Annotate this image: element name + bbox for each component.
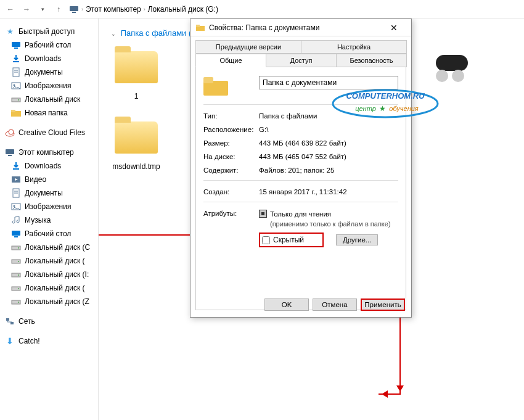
recent-button[interactable]: ▾ xyxy=(37,4,48,15)
svg-rect-0 xyxy=(70,6,78,11)
svg-point-30 xyxy=(18,274,19,276)
quick-access[interactable]: ★ Быстрый доступ xyxy=(0,25,98,38)
sidebar-item-label: Локальный диск xyxy=(25,95,80,104)
this-pc[interactable]: Этот компьютер xyxy=(0,146,98,159)
sidebar-item[interactable]: Локальный диск ( xyxy=(0,281,98,295)
label: Creative Cloud Files xyxy=(18,128,85,137)
readonly-checkbox[interactable]: Только для чтения xyxy=(259,210,398,218)
svg-rect-41 xyxy=(436,55,468,71)
chevron-right-icon: › xyxy=(142,6,147,12)
network[interactable]: Сеть xyxy=(0,315,98,328)
up-button[interactable]: ↑ xyxy=(53,4,64,15)
sidebar-item[interactable]: Документы xyxy=(0,65,98,79)
file-item[interactable]: msdownld.tmp xyxy=(108,115,164,171)
breadcrumb-drive[interactable]: Локальный диск (G:) xyxy=(148,5,218,14)
ok-button[interactable]: OK xyxy=(264,299,309,311)
svg-rect-12 xyxy=(11,110,15,112)
file-label: msdownld.tmp xyxy=(112,162,160,171)
sidebar-item[interactable]: Downloads xyxy=(0,159,98,173)
contains-label: Содержит: xyxy=(203,167,259,174)
svg-point-34 xyxy=(18,302,19,303)
svg-rect-24 xyxy=(14,236,18,237)
down-icon xyxy=(11,54,21,64)
folder-big-icon xyxy=(203,76,259,98)
drive-icon xyxy=(11,256,21,266)
sidebar-item[interactable]: Локальный диск (Z xyxy=(0,295,98,308)
cancel-button[interactable]: Отмена xyxy=(313,299,357,311)
properties-dialog: Свойства: Папка с документами ✕ Предыдущ… xyxy=(190,19,412,318)
drive-icon xyxy=(11,283,21,293)
svg-rect-15 xyxy=(6,149,14,154)
close-button[interactable]: ✕ xyxy=(382,20,406,35)
pic-icon xyxy=(11,202,21,212)
sidebar-item[interactable]: Документы xyxy=(0,186,98,200)
svg-rect-36 xyxy=(10,322,14,324)
svg-point-26 xyxy=(18,247,19,249)
back-button[interactable]: ← xyxy=(5,4,16,15)
tab-sharing[interactable]: Доступ xyxy=(266,54,337,67)
breadcrumb[interactable]: › Этот компьютер › Локальный диск (G:) xyxy=(69,4,218,14)
sidebar-item[interactable]: Downloads xyxy=(0,52,98,65)
svg-rect-48 xyxy=(196,25,200,27)
catch[interactable]: ⬇ Catch! xyxy=(0,334,98,348)
folder-icon xyxy=(115,51,158,83)
svg-rect-50 xyxy=(203,77,213,83)
sidebar-item[interactable]: Локальный диск (C xyxy=(0,241,98,254)
svg-point-43 xyxy=(452,70,464,82)
checkbox-icon[interactable] xyxy=(262,236,270,244)
other-attributes-button[interactable]: Другие... xyxy=(336,234,378,245)
size-value: 443 МБ (464 639 822 байт) xyxy=(259,139,398,147)
type-value: Папка с файлами xyxy=(259,112,398,120)
desktop-icon xyxy=(11,40,21,50)
file-item[interactable]: 1 xyxy=(108,45,164,101)
breadcrumb-pc[interactable]: Этот компьютер xyxy=(86,5,141,14)
tab-previous-versions[interactable]: Предыдущие версии xyxy=(195,40,301,54)
sidebar-item-label: Документы xyxy=(25,189,63,197)
tab-customize[interactable]: Настройка xyxy=(301,40,407,54)
forward-button[interactable]: → xyxy=(21,4,32,15)
drive-icon xyxy=(11,94,21,104)
sidebar-item[interactable]: Локальный диск (I: xyxy=(0,268,98,281)
tab-security[interactable]: Безопасность xyxy=(336,54,407,67)
attributes-label: Атрибуты: xyxy=(203,210,259,217)
tabs: Предыдущие версии Настройка Общие Доступ… xyxy=(190,36,411,67)
sidebar-item[interactable]: Изображения xyxy=(0,200,98,213)
content-pane: ⌄ Папка с файлами (18) 1msdownld.tmpOcul… xyxy=(99,19,524,420)
sidebar-item[interactable]: Рабочий стол xyxy=(0,38,98,52)
sidebar-item-label: Рабочий стол xyxy=(25,229,71,238)
sidebar-item[interactable]: Музыка xyxy=(0,213,98,227)
sidebar-item-label: Документы xyxy=(25,68,63,76)
label: Сеть xyxy=(18,317,35,326)
creative-cloud[interactable]: Creative Cloud Files xyxy=(0,126,98,139)
hidden-checkbox[interactable]: Скрытый xyxy=(259,233,324,247)
cloud-icon xyxy=(5,128,15,138)
size-on-disk-value: 443 МБ (465 047 552 байт) xyxy=(259,153,398,160)
sidebar-item[interactable]: Рабочий стол xyxy=(0,227,98,241)
sidebar-item[interactable]: Локальный диск ( xyxy=(0,254,98,268)
sidebar-item-label: Новая папка xyxy=(25,109,68,117)
sidebar-item[interactable]: Локальный диск xyxy=(0,93,98,106)
svg-rect-1 xyxy=(72,12,76,13)
created-label: Создан: xyxy=(203,188,259,196)
file-item[interactable] xyxy=(424,45,480,92)
folder-name-input[interactable] xyxy=(259,76,398,89)
sidebar-item-label: Downloads xyxy=(25,162,61,170)
sidebar-item-label: Рабочий стол xyxy=(25,41,71,49)
sidebar-item[interactable]: Видео xyxy=(0,173,98,186)
sidebar-item-label: Локальный диск ( xyxy=(25,284,85,292)
sidebar-item[interactable]: Новая папка xyxy=(0,106,98,120)
folder-icon xyxy=(115,121,158,154)
apply-button[interactable]: Применить xyxy=(361,299,405,311)
sidebar-item[interactable]: Изображения xyxy=(0,79,98,93)
pc-icon xyxy=(5,147,15,157)
svg-point-8 xyxy=(14,84,15,86)
sidebar-item-label: Downloads xyxy=(25,54,61,63)
dialog-titlebar[interactable]: Свойства: Папка с документами ✕ xyxy=(190,19,411,36)
tab-general[interactable]: Общие xyxy=(195,54,266,67)
svg-rect-35 xyxy=(6,318,9,321)
folder-icon xyxy=(11,108,21,118)
type-label: Тип: xyxy=(203,112,259,120)
hidden-label: Скрытый xyxy=(273,236,304,244)
sidebar-item-label: Локальный диск (I: xyxy=(25,270,89,279)
doc-icon xyxy=(11,188,21,198)
